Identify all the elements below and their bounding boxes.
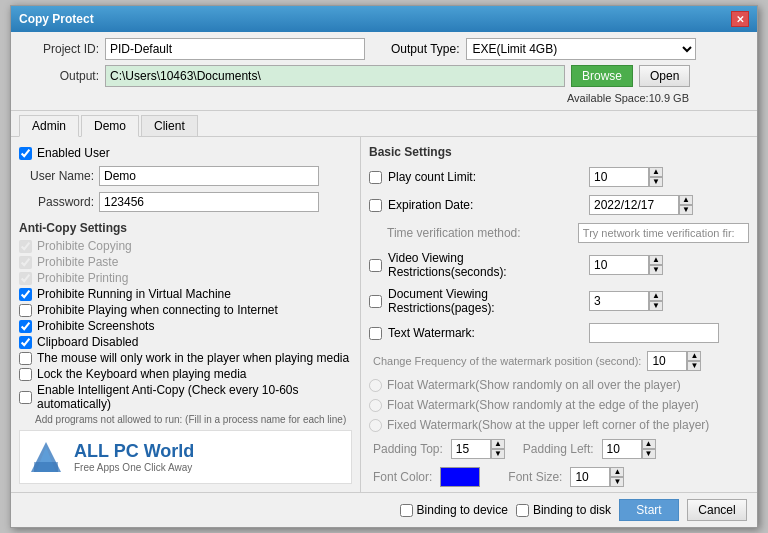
padding-row: Padding Top: ▲ ▼ Padding Left: ▲ ▼ [369,437,749,461]
doc-viewing-up[interactable]: ▲ [649,291,663,301]
font-size-input[interactable] [570,467,610,487]
change-freq-up[interactable]: ▲ [687,351,701,361]
time-verify-input[interactable] [578,223,749,243]
font-color-picker[interactable] [440,467,480,487]
anti-copy-item-3: Prohibite Running in Virtual Machine [19,286,352,302]
password-input[interactable] [99,192,319,212]
tab-client[interactable]: Client [141,115,198,136]
expiration-checkbox[interactable] [369,199,382,212]
video-viewing-up[interactable]: ▲ [649,255,663,265]
font-size-label: Font Size: [508,470,562,484]
doc-viewing-checkbox[interactable] [369,295,382,308]
change-freq-down[interactable]: ▼ [687,361,701,371]
font-size-up[interactable]: ▲ [610,467,624,477]
expiration-row: Expiration Date: ▲ ▼ [369,193,749,217]
prohibite-internet-checkbox[interactable] [19,304,32,317]
padding-left-label: Padding Left: [523,442,594,456]
padding-left-spinner-btns: ▲ ▼ [642,439,656,459]
expiration-up[interactable]: ▲ [679,195,693,205]
output-input[interactable] [105,65,565,87]
padding-top-down[interactable]: ▼ [491,449,505,459]
project-row: Project ID: Output Type: EXE(Limit 4GB) [19,38,749,60]
open-button[interactable]: Open [639,65,690,87]
left-panel: Enabled User User Name: Password: Anti-C… [11,137,361,492]
time-verify-label: Time verification method: [387,226,572,240]
video-viewing-down[interactable]: ▼ [649,265,663,275]
intelligent-anti-copy-checkbox[interactable] [19,391,32,404]
padding-top-label: Padding Top: [373,442,443,456]
play-count-down[interactable]: ▼ [649,177,663,187]
play-count-up[interactable]: ▲ [649,167,663,177]
start-button[interactable]: Start [619,499,679,521]
video-viewing-checkbox[interactable] [369,259,382,272]
change-freq-label: Change Frequency of the watermark positi… [373,355,641,367]
binding-disk-checkbox[interactable] [516,504,529,517]
right-panel: Basic Settings Play count Limit: ▲ ▼ Exp… [361,137,757,492]
fixed-watermark-row: Fixed Watermark(Show at the upper left c… [369,417,749,433]
padding-top-spinner: ▲ ▼ [451,439,505,459]
username-input[interactable] [99,166,319,186]
tab-demo[interactable]: Demo [81,115,139,137]
text-watermark-row: Text Watermark: [369,321,749,345]
play-count-input[interactable] [589,167,649,187]
anti-copy-item-0: Prohibite Copying [19,238,352,254]
float-watermark1-label: Float Watermark(Show randomly on all ove… [387,378,681,392]
float-watermark1-radio[interactable] [369,379,382,392]
padding-left-input[interactable] [602,439,642,459]
browse-button[interactable]: Browse [571,65,633,87]
anti-copy-item-2: Prohibite Printing [19,270,352,286]
project-id-label: Project ID: [19,42,99,56]
video-viewing-input[interactable] [589,255,649,275]
change-freq-spinner-btns: ▲ ▼ [687,351,701,371]
cancel-button[interactable]: Cancel [687,499,747,521]
fixed-watermark-radio[interactable] [369,419,382,432]
project-id-input[interactable] [105,38,365,60]
padding-left-up[interactable]: ▲ [642,439,656,449]
expiration-input[interactable] [589,195,679,215]
padding-top-input[interactable] [451,439,491,459]
anti-copy-section: Anti-Copy Settings Prohibite Copying Pro… [19,221,352,425]
lock-keyboard-checkbox[interactable] [19,368,32,381]
close-button[interactable]: ✕ [731,11,749,27]
mouse-player-label: The mouse will only work in the player w… [37,351,349,365]
video-viewing-row: Video Viewing Restrictions(seconds): ▲ ▼ [369,249,749,281]
anti-copy-item-8: Lock the Keyboard when playing media [19,366,352,382]
change-freq-input[interactable] [647,351,687,371]
time-verify-row: Time verification method: [369,221,749,245]
anti-copy-item-9: Enable Intelligent Anti-Copy (Check ever… [19,382,352,412]
text-watermark-label: Text Watermark: [388,326,583,340]
font-size-spinner-btns: ▲ ▼ [610,467,624,487]
prohibite-screenshots-checkbox[interactable] [19,320,32,333]
tab-admin[interactable]: Admin [19,115,79,137]
expiration-down[interactable]: ▼ [679,205,693,215]
text-watermark-input[interactable] [589,323,719,343]
available-space: Available Space:10.9 GB [19,92,749,104]
bottom-bar: Binding to device Binding to disk Start … [11,492,757,527]
text-watermark-checkbox[interactable] [369,327,382,340]
anti-copy-item-1: Prohibite Paste [19,254,352,270]
expiration-label: Expiration Date: [388,198,583,212]
doc-viewing-input[interactable] [589,291,649,311]
padding-left-down[interactable]: ▼ [642,449,656,459]
doc-viewing-down[interactable]: ▼ [649,301,663,311]
clipboard-disabled-checkbox[interactable] [19,336,32,349]
padding-top-up[interactable]: ▲ [491,439,505,449]
video-viewing-spinner-btns: ▲ ▼ [649,255,663,275]
play-count-checkbox[interactable] [369,171,382,184]
prohibite-vm-checkbox[interactable] [19,288,32,301]
prohibite-copying-checkbox[interactable] [19,240,32,253]
doc-viewing-spinner-btns: ▲ ▼ [649,291,663,311]
prohibite-vm-label: Prohibite Running in Virtual Machine [37,287,231,301]
enabled-user-checkbox[interactable] [19,147,32,160]
mouse-player-checkbox[interactable] [19,352,32,365]
float-watermark2-radio[interactable] [369,399,382,412]
fixed-watermark-label: Fixed Watermark(Show at the upper left c… [387,418,709,432]
prohibite-printing-checkbox[interactable] [19,272,32,285]
output-type-label: Output Type: [391,42,460,56]
output-type-select[interactable]: EXE(Limit 4GB) [466,38,696,60]
prohibite-internet-label: Prohibite Playing when connecting to Int… [37,303,278,317]
prohibite-paste-checkbox[interactable] [19,256,32,269]
binding-device-checkbox[interactable] [400,504,413,517]
font-size-down[interactable]: ▼ [610,477,624,487]
doc-viewing-label: Document Viewing Restrictions(pages): [388,287,583,315]
